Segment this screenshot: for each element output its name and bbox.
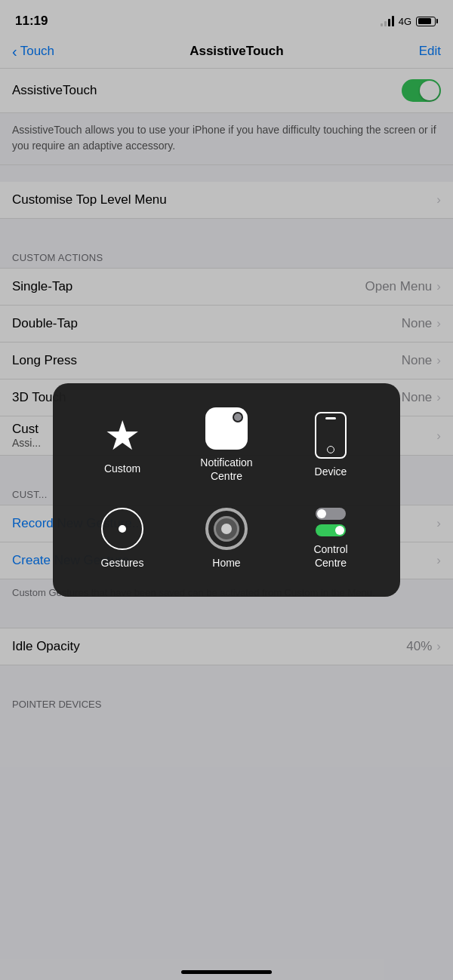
popup-item-custom[interactable]: ★ Custom [104, 415, 140, 475]
gestures-icon [101, 508, 143, 550]
popup-item-control[interactable]: ControlCentre [311, 508, 350, 570]
notification-centre-icon [205, 407, 248, 450]
control-icon-wrapper [311, 508, 350, 536]
home-icon [205, 508, 248, 550]
device-home-btn [327, 446, 334, 453]
popup-item-home[interactable]: Home [205, 508, 248, 570]
popup-grid: ★ Custom NotificationCentre [74, 407, 379, 570]
popup-item-gestures[interactable]: Gestures [101, 508, 144, 570]
notification-dot [233, 412, 243, 422]
device-icon-wrapper [315, 412, 347, 459]
popup-menu: ★ Custom NotificationCentre [53, 383, 400, 597]
popup-control-label: ControlCentre [313, 542, 347, 570]
popup-custom-label: Custom [104, 462, 140, 475]
popup-gestures-label: Gestures [101, 556, 144, 570]
control-row-1 [311, 508, 350, 520]
custom-icon: ★ [104, 415, 140, 456]
home-core [221, 524, 232, 534]
star-icon: ★ [104, 415, 140, 456]
home-inner [214, 516, 239, 542]
control-toggle-off [316, 508, 346, 520]
control-knob-left [317, 509, 326, 518]
popup-notification-label: NotificationCentre [200, 456, 252, 483]
notification-icon-wrapper [205, 407, 248, 450]
gestures-icon-wrapper [101, 508, 143, 550]
device-speaker [325, 417, 336, 419]
control-toggle-on [316, 524, 346, 536]
home-icon-wrapper [205, 508, 248, 550]
control-knob-right [335, 526, 344, 535]
popup-overlay[interactable]: ★ Custom NotificationCentre [0, 0, 453, 980]
control-row-2 [311, 524, 350, 536]
popup-device-label: Device [315, 465, 347, 478]
control-centre-icon [311, 508, 350, 536]
popup-item-device[interactable]: Device [315, 412, 347, 478]
popup-item-notification[interactable]: NotificationCentre [200, 407, 252, 483]
popup-home-label: Home [212, 556, 240, 570]
gestures-dot [119, 525, 126, 533]
device-icon [315, 412, 347, 459]
